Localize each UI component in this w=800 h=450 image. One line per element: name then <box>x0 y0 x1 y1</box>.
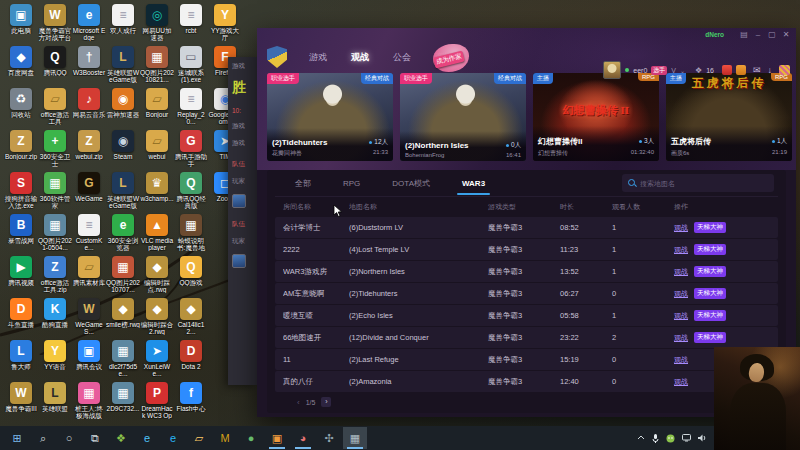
desktop-icon[interactable]: ≡双人成行 <box>106 4 140 46</box>
task-view-button[interactable]: ⧉ <box>83 427 107 449</box>
app-green[interactable]: ● <box>239 427 263 449</box>
desktop-icon[interactable]: QQQ游戏 <box>174 256 208 298</box>
desktop-icon[interactable]: ◆百度网盘 <box>4 46 38 88</box>
watch-link[interactable]: 观战 <box>674 289 688 299</box>
search-button[interactable]: ⌕ <box>31 427 55 449</box>
app-qq-music[interactable]: ◕ <box>291 427 315 449</box>
background-window[interactable]: 游戏胜10:游戏游戏队伍玩家队伍玩家 <box>228 57 257 385</box>
desktop-icon[interactable]: ▦2D9C732... <box>106 382 140 424</box>
desktop-icon[interactable]: PDreamHack WC3 Ope... <box>140 382 174 424</box>
desktop-icon[interactable]: L鲁大师 <box>4 340 38 382</box>
next-page-button[interactable]: › <box>321 397 331 407</box>
prev-page-button[interactable]: ‹ <box>297 398 300 407</box>
menu-button[interactable]: ▤ <box>737 29 751 41</box>
desktop-icon[interactable]: †W3Booster <box>72 46 106 88</box>
desktop-icon[interactable]: D斗鱼直播 <box>4 298 38 340</box>
desktop-icon[interactable]: ▱Bonjour <box>140 88 174 130</box>
tray-expand-icon[interactable] <box>637 434 645 442</box>
desktop-icon[interactable]: ▣此电脑 <box>4 4 38 46</box>
app-orange[interactable]: ▣ <box>265 427 289 449</box>
app-360[interactable]: ❖ <box>109 427 133 449</box>
chevron-down-icon[interactable]: ⌄ <box>680 67 685 74</box>
tray-volume-icon[interactable] <box>698 434 707 442</box>
game-card[interactable]: 职业选手经典对战(2)Northern Isles0人BohemianFrog1… <box>400 73 526 161</box>
desktop-icon[interactable]: B暴雪战网 <box>4 214 38 256</box>
game-card[interactable]: 职业选手经典对战(2)Tidehunters12人花瓣回神兽21:33 <box>267 73 393 161</box>
desktop-icon[interactable]: ▦QQ图片20210821... <box>140 46 174 88</box>
game-card[interactable]: 幻想曹操传 II主播RPG幻想曹操传II3人幻想曹操传01:32:40 <box>533 73 659 161</box>
watch-link[interactable]: 观战 <box>674 377 688 387</box>
desktop-icon[interactable]: DDota 2 <box>174 340 208 382</box>
desktop-icon[interactable]: ◆编辑时踩点.rwg <box>140 256 174 298</box>
promo-badge-orange[interactable] <box>736 65 746 75</box>
desktop-icon[interactable]: ◆smile榜.rwg <box>106 298 140 340</box>
desktop-icon[interactable]: ≡CustomKe... <box>72 214 106 256</box>
desktop-icon[interactable]: ≡Replay_20... <box>174 88 208 130</box>
desktop-icon[interactable]: ▭迷城联系(1).exe <box>174 46 208 88</box>
tray-wechat-icon[interactable] <box>666 434 675 443</box>
mail-icon[interactable]: ✉ <box>753 65 761 75</box>
desktop-icon[interactable]: ▲VLC media player <box>140 214 174 256</box>
start-button[interactable]: ⊞ <box>5 427 29 449</box>
desktop-icon[interactable]: ◉Steam <box>106 130 140 172</box>
desktop-icon[interactable]: ♛w3champ... <box>140 172 174 214</box>
app-fan[interactable]: ✣ <box>317 427 341 449</box>
desktop-icon[interactable]: ◆编辑时踩合2.rwg <box>140 298 174 340</box>
app-explorer[interactable]: ▱ <box>187 427 211 449</box>
desktop-icon[interactable]: Zwebui.zip <box>72 130 106 172</box>
desktop-icon[interactable]: ▦蛤蟆说明书:魔兽地图 <box>174 214 208 256</box>
desktop-icon[interactable]: ◆Cal14lic12... <box>174 298 208 340</box>
desktop-icon[interactable]: ▱腾讯素材库 <box>72 256 106 298</box>
desktop-icon[interactable]: e360安全浏览器 <box>106 214 140 256</box>
desktop-icon[interactable]: S搜狗拼音输入法.exe <box>4 172 38 214</box>
app-ie[interactable]: e <box>135 427 159 449</box>
desktop-icon[interactable]: Zoffice激活工具.zip <box>38 256 72 298</box>
desktop-icon[interactable]: ≡rcbt <box>174 4 208 46</box>
close-button[interactable]: ✕ <box>779 29 793 41</box>
watch-link[interactable]: 观战 <box>674 245 688 255</box>
desktop-icon[interactable]: GWeGame <box>72 172 106 214</box>
tray-display-icon[interactable] <box>682 434 691 442</box>
watch-link[interactable]: 观战 <box>674 311 688 321</box>
avatar[interactable] <box>603 61 621 79</box>
minimize-button[interactable]: – <box>751 29 765 41</box>
desktop-icon[interactable]: +360安全卫士 <box>38 130 72 172</box>
desktop-icon[interactable]: W魔兽争霸官方对战平台 <box>38 4 72 46</box>
filter-tab-3[interactable]: WAR3 <box>460 172 487 194</box>
gift-icon[interactable] <box>779 65 790 75</box>
app-edge[interactable]: e <box>161 427 185 449</box>
desktop-icon[interactable]: eMicrosoft Edge <box>72 4 106 46</box>
app-platform[interactable]: ▦ <box>343 427 367 449</box>
desktop-icon[interactable]: ➤XunLeiWe... <box>140 340 174 382</box>
desktop-icon[interactable]: YYY游戏大厅 <box>208 4 242 46</box>
filter-tab-1[interactable]: RPG <box>341 172 362 194</box>
maximize-button[interactable]: ▢ <box>765 29 779 41</box>
map-search-box[interactable] <box>622 174 774 192</box>
desktop-icon[interactable]: ZBonjour.zip <box>4 130 38 172</box>
desktop-icon[interactable]: G腾讯手游助手 <box>174 130 208 172</box>
watch-link[interactable]: 观战 <box>674 355 688 365</box>
nav-tab-2[interactable]: 公会 <box>393 51 411 64</box>
desktop-icon[interactable]: ▶腾讯视频 <box>4 256 38 298</box>
desktop-icon[interactable]: W魔兽争霸III <box>4 382 38 424</box>
desktop-icon[interactable]: ♻回收站 <box>4 88 38 130</box>
desktop-icon[interactable]: ▦QQ图片20210707... <box>106 256 140 298</box>
nav-tab-1[interactable]: 观战 <box>351 51 369 64</box>
game-card[interactable]: 五虎将后传主播RPG五虎将后传1人画质6s21:19 <box>666 73 792 161</box>
desktop-icon[interactable]: ▱office激活工具 <box>38 88 72 130</box>
desktop-icon[interactable]: ◉雷神加速器 <box>106 88 140 130</box>
watch-link[interactable]: 观战 <box>674 223 688 233</box>
desktop-icon[interactable]: L英雄联盟WeGame版 <box>106 46 140 88</box>
watch-link[interactable]: 观战 <box>674 333 688 343</box>
promo-sticker[interactable]: 成为作家 <box>433 44 469 72</box>
desktop-icon[interactable]: ▣腾讯会议 <box>72 340 106 382</box>
desktop-icon[interactable]: ▦dlc2f75d5e... <box>106 340 140 382</box>
watch-link[interactable]: 观战 <box>674 267 688 277</box>
cortana-button[interactable]: ○ <box>57 427 81 449</box>
desktop-icon[interactable]: ♪网易云音乐 <box>72 88 106 130</box>
tray-mic-icon[interactable] <box>652 434 659 443</box>
desktop-icon[interactable]: ▦360软件管家 <box>38 172 72 214</box>
download-icon[interactable]: ↓ <box>768 65 773 75</box>
nav-tab-0[interactable]: 游戏 <box>309 51 327 64</box>
desktop-icon[interactable]: ▱webui <box>140 130 174 172</box>
